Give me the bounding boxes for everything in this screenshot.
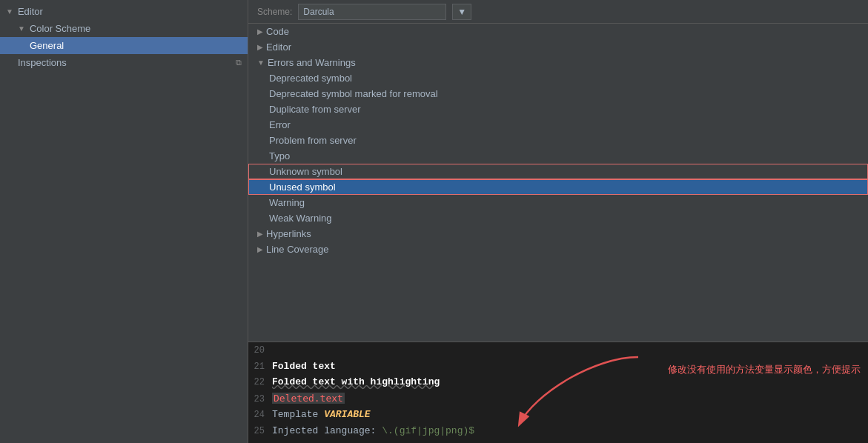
sidebar-item-inspections[interactable]: Inspections ⧉ xyxy=(0,54,248,71)
sidebar-label-general: General xyxy=(30,40,64,51)
topbar: Scheme: ▼ xyxy=(248,0,868,24)
tree-label-deprecated-symbol-removal: Deprecated symbol marked for removal xyxy=(269,88,438,99)
expand-arrow-color-scheme: ▼ xyxy=(18,24,25,33)
line-content-22: Folded text with highlighting xyxy=(272,375,440,390)
tree-item-typo[interactable]: Typo xyxy=(248,148,868,164)
sidebar-item-color-scheme[interactable]: ▼ Color Scheme xyxy=(0,20,248,37)
line-number-20: 20 xyxy=(248,344,272,357)
tree-item-deprecated-symbol[interactable]: Deprecated symbol xyxy=(248,70,868,86)
tree-item-line-coverage[interactable]: ▶ Line Coverage xyxy=(248,242,868,257)
tree-item-problem-from-server[interactable]: Problem from server xyxy=(248,133,868,148)
code-line-25: 25 Injected language: \.(gif|jpg|png)$ xyxy=(248,423,868,439)
tree-item-error[interactable]: Error xyxy=(248,117,868,133)
tree-item-unused-symbol[interactable]: Unused symbol xyxy=(248,179,868,195)
scheme-dropdown-button[interactable]: ▼ xyxy=(452,4,471,20)
sidebar-label-editor: Editor xyxy=(18,6,43,17)
line-content-25: Injected language: \.(gif|jpg|png)$ xyxy=(272,424,474,439)
line-content-24: Template VARIABLE xyxy=(272,407,371,422)
copy-icon: ⧉ xyxy=(236,58,242,67)
code-line-22: 22 Folded text with highlighting xyxy=(248,374,868,390)
sidebar-label-inspections: Inspections xyxy=(18,57,67,68)
tree-item-warning[interactable]: Warning xyxy=(248,195,868,210)
sidebar-label-color-scheme: Color Scheme xyxy=(30,23,90,34)
tree-item-deprecated-symbol-removal[interactable]: Deprecated symbol marked for removal xyxy=(248,86,868,101)
tree-label-warning: Warning xyxy=(269,197,305,208)
tree-label-error: Error xyxy=(269,119,291,130)
tree-item-unknown-symbol[interactable]: Unknown symbol xyxy=(248,164,868,179)
code-line-20: 20 xyxy=(248,342,868,359)
line-content-23: Deleted.text xyxy=(272,391,345,407)
arrow-code: ▶ xyxy=(257,27,263,36)
line-number-21: 21 xyxy=(248,360,272,373)
tree-item-hyperlinks[interactable]: ▶ Hyperlinks xyxy=(248,226,868,242)
tree-label-code: Code xyxy=(266,26,289,37)
scheme-label: Scheme: xyxy=(257,7,292,17)
arrow-line-coverage: ▶ xyxy=(257,245,263,253)
sidebar-item-general[interactable]: General xyxy=(0,37,248,54)
tree-item-weak-warning[interactable]: Weak Warning xyxy=(248,210,868,226)
tree-label-unused-symbol: Unused symbol xyxy=(269,181,336,193)
tree-item-errors-warnings[interactable]: ▼ Errors and Warnings xyxy=(248,55,868,70)
preview-panel: 修改没有使用的方法变量显示颜色，方便提示 20 21 Folded text 2… xyxy=(248,342,868,443)
expand-arrow-editor: ▼ xyxy=(6,7,13,16)
tree-label-unknown-symbol: Unknown symbol xyxy=(269,166,342,177)
color-scheme-tree: ▶ Code ▶ Editor ▼ Errors and Warnings De… xyxy=(248,24,868,342)
tree-label-duplicate-from-server: Duplicate from server xyxy=(269,104,361,115)
tree-label-hyperlinks: Hyperlinks xyxy=(266,228,311,239)
code-preview: 20 21 Folded text 22 Folded text with hi… xyxy=(248,342,868,443)
line-number-24: 24 xyxy=(248,408,272,422)
tree-label-deprecated-symbol: Deprecated symbol xyxy=(269,73,352,84)
line-content-21: Folded text xyxy=(272,359,336,374)
tree-label-editor: Editor xyxy=(266,41,291,53)
main-content: Scheme: ▼ ▶ Code ▶ Editor ▼ Errors and W… xyxy=(248,0,868,443)
tree-label-weak-warning: Weak Warning xyxy=(269,213,332,224)
line-number-25: 25 xyxy=(248,424,272,438)
arrow-hyperlinks: ▶ xyxy=(257,230,263,238)
line-number-22: 22 xyxy=(248,376,272,389)
tree-label-problem-from-server: Problem from server xyxy=(269,135,357,146)
arrow-errors-warnings: ▼ xyxy=(257,59,265,67)
arrow-editor: ▶ xyxy=(257,43,263,51)
tree-label-line-coverage: Line Coverage xyxy=(266,244,329,255)
code-line-24: 24 Template VARIABLE xyxy=(248,407,868,423)
line-number-23: 23 xyxy=(248,393,272,406)
sidebar-item-editor[interactable]: ▼ Editor xyxy=(0,3,248,20)
code-line-23: 23 Deleted.text xyxy=(248,390,868,407)
tree-label-errors-warnings: Errors and Warnings xyxy=(268,57,356,68)
scheme-input[interactable] xyxy=(298,4,446,20)
sidebar: ▼ Editor ▼ Color Scheme General Inspecti… xyxy=(0,0,248,443)
code-line-21: 21 Folded text xyxy=(248,359,868,375)
tree-item-code[interactable]: ▶ Code xyxy=(248,24,868,39)
tree-label-typo: Typo xyxy=(269,150,290,161)
tree-item-duplicate-from-server[interactable]: Duplicate from server xyxy=(248,101,868,117)
line-content-20 xyxy=(272,343,278,358)
tree-item-editor[interactable]: ▶ Editor xyxy=(248,39,868,55)
